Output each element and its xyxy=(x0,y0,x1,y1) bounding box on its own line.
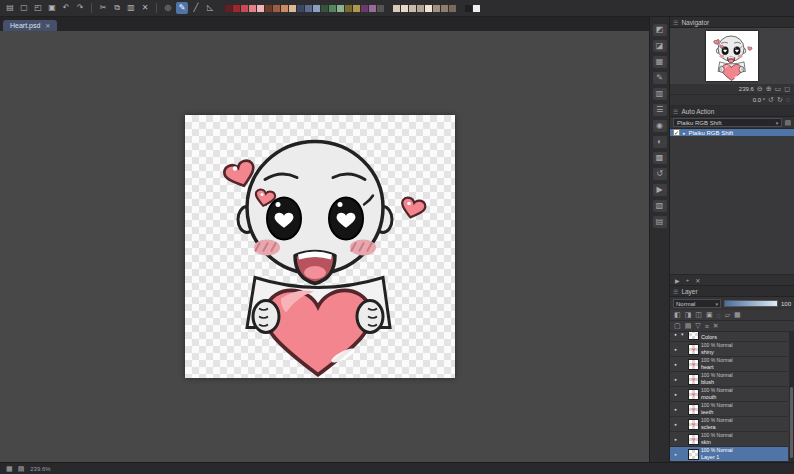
layer-scrollbar[interactable] xyxy=(789,332,794,462)
canvas-area[interactable] xyxy=(0,31,649,462)
undo-icon[interactable]: ↶ xyxy=(60,2,72,14)
layer-row[interactable]: ● ♥ 100 % Normal teeth xyxy=(670,402,788,417)
delete-layer-icon[interactable]: ✕ xyxy=(713,322,719,330)
layer-thumbnail[interactable]: ♥ xyxy=(688,419,699,430)
layer-thumbnail[interactable]: ♥ xyxy=(688,389,699,400)
color-swatch[interactable] xyxy=(417,5,424,12)
layer-visibility-icon[interactable]: ● xyxy=(672,362,679,367)
expand-arrow-icon[interactable]: ▸ xyxy=(683,130,686,136)
tool-panel-icon[interactable]: ✎ xyxy=(653,72,667,84)
layer-thumbnail[interactable]: ♥ xyxy=(688,434,699,445)
rotate-left-icon[interactable]: ↺ xyxy=(768,95,774,105)
copy-icon[interactable]: ⧉ xyxy=(111,2,123,14)
grid-toggle-icon[interactable]: ▦ xyxy=(6,465,13,473)
layer-row[interactable]: ● ♥ 100 % Normal blush xyxy=(670,372,788,387)
tab-close-icon[interactable]: ✕ xyxy=(45,22,50,29)
layer-row[interactable]: ● ▾ 100 % Normal Colors xyxy=(670,332,788,342)
auto-action-panel-icon[interactable]: ▶ xyxy=(653,184,667,196)
navigator-thumbnail[interactable] xyxy=(706,31,758,81)
layer-thumbnail[interactable]: ♥ xyxy=(688,344,699,355)
color-swatch[interactable] xyxy=(273,5,280,12)
layer-panel-icon[interactable]: ▤ xyxy=(653,216,667,228)
color-swatch[interactable] xyxy=(377,5,384,12)
zoom-out-icon[interactable]: ⊖ xyxy=(757,84,763,94)
layer-visibility-icon[interactable]: ● xyxy=(672,332,679,337)
open-file-icon[interactable]: ◰ xyxy=(32,2,44,14)
color-swatch[interactable] xyxy=(249,5,256,12)
eraser-tool-icon[interactable]: ◺ xyxy=(204,2,216,14)
document-tab[interactable]: Heart.psd ✕ xyxy=(3,20,57,31)
navigator-panel-icon[interactable]: ◩ xyxy=(653,24,667,36)
color-swatch[interactable] xyxy=(329,5,336,12)
layer-thumbnail[interactable]: ♥ xyxy=(688,404,699,415)
reset-view-icon[interactable]: ◌ xyxy=(786,95,790,105)
layer-row[interactable]: ● ♥ 100 % Normal heart xyxy=(670,357,788,372)
color-swatch[interactable] xyxy=(353,5,360,12)
layer-thumbnail[interactable]: ♥ xyxy=(688,374,699,385)
color-swatch[interactable] xyxy=(305,5,312,12)
actual-size-icon[interactable]: ◻ xyxy=(784,84,790,94)
color-swatch[interactable] xyxy=(361,5,368,12)
color-swatch[interactable] xyxy=(241,5,248,12)
layer-visibility-icon[interactable]: ● xyxy=(672,407,679,412)
color-swatch[interactable] xyxy=(265,5,272,12)
color-swatch[interactable] xyxy=(393,5,400,12)
color-swatch[interactable] xyxy=(313,5,320,12)
sub-tool-panel-icon[interactable]: ▥ xyxy=(653,88,667,100)
redo-icon[interactable]: ↷ xyxy=(74,2,86,14)
brush-size-panel-icon[interactable]: ◉ xyxy=(653,120,667,132)
pen-tool-icon[interactable]: ✎ xyxy=(176,2,188,14)
zoom-in-icon[interactable]: ⊕ xyxy=(766,84,772,94)
color-swatch[interactable] xyxy=(425,5,432,12)
blend-mode-dropdown[interactable]: Normal ▾ xyxy=(673,299,721,308)
color-swatch[interactable] xyxy=(345,5,352,12)
color-swatch[interactable] xyxy=(233,5,240,12)
panel-menu-icon[interactable]: ☰ xyxy=(673,19,678,26)
auto-action-item[interactable]: ✓ ▸ Plaiku RGB Shift xyxy=(670,129,794,136)
lock-layer-icon[interactable]: ◫ xyxy=(695,311,702,319)
new-folder-icon[interactable]: ▤ xyxy=(685,322,692,330)
layer-visibility-icon[interactable]: ● xyxy=(672,347,679,352)
color-swatch[interactable] xyxy=(401,5,408,12)
layer-mask-icon[interactable]: ◌ xyxy=(717,312,721,319)
layer-visibility-icon[interactable]: ● xyxy=(672,377,679,382)
delete-icon[interactable]: ✕ xyxy=(139,2,151,14)
cut-icon[interactable]: ✂ xyxy=(97,2,109,14)
blend-icon[interactable]: ◧ xyxy=(674,311,681,319)
color-swatch[interactable] xyxy=(465,5,472,12)
new-file-icon[interactable]: ▢ xyxy=(18,2,30,14)
navigator-preview[interactable] xyxy=(670,28,794,84)
layer-visibility-icon[interactable]: ● xyxy=(672,437,679,442)
zoom-tool-icon[interactable]: ◎ xyxy=(162,2,174,14)
action-set-dropdown[interactable]: Plaiku RGB Shift ▾ xyxy=(673,118,782,127)
layer-thumbnail[interactable] xyxy=(688,332,699,340)
quick-access-panel-icon[interactable]: ▦ xyxy=(653,56,667,68)
color-swatch[interactable] xyxy=(449,5,456,12)
action-set-menu-icon[interactable]: ▤ xyxy=(784,119,791,127)
folder-arrow-icon[interactable]: ▾ xyxy=(681,332,686,337)
document-canvas[interactable] xyxy=(185,115,455,378)
color-wheel-panel-icon[interactable]: ◐ xyxy=(653,136,667,148)
paste-icon[interactable]: ▥ xyxy=(125,2,137,14)
ruler-toggle-icon[interactable]: ▤ xyxy=(18,465,25,473)
color-set-panel-icon[interactable]: ▩ xyxy=(653,152,667,164)
layer-row[interactable]: ● ♥ 100 % Normal mouth xyxy=(670,387,788,402)
color-swatch[interactable] xyxy=(369,5,376,12)
delete-action-icon[interactable]: ✕ xyxy=(695,277,700,284)
color-swatch[interactable] xyxy=(289,5,296,12)
color-swatch[interactable] xyxy=(297,5,304,12)
scrollbar-thumb[interactable] xyxy=(790,387,793,459)
color-swatch[interactable] xyxy=(281,5,288,12)
panel-menu-icon[interactable]: ☰ xyxy=(673,288,678,295)
color-swatch[interactable] xyxy=(409,5,416,12)
history-panel-icon[interactable]: ↺ xyxy=(653,168,667,180)
rotate-right-icon[interactable]: ↻ xyxy=(777,95,783,105)
fit-to-screen-icon[interactable]: ▭ xyxy=(775,84,782,94)
new-layer-icon[interactable]: ▢ xyxy=(674,322,681,330)
main-menu-icon[interactable]: ▤ xyxy=(4,2,16,14)
color-swatch[interactable] xyxy=(433,5,440,12)
layer-row[interactable]: ● 100 % Normal Layer 1 xyxy=(670,447,788,462)
merge-down-icon[interactable]: ≡ xyxy=(705,323,709,330)
color-swatch[interactable] xyxy=(337,5,344,12)
layer-color-icon[interactable]: ▦ xyxy=(734,311,741,319)
